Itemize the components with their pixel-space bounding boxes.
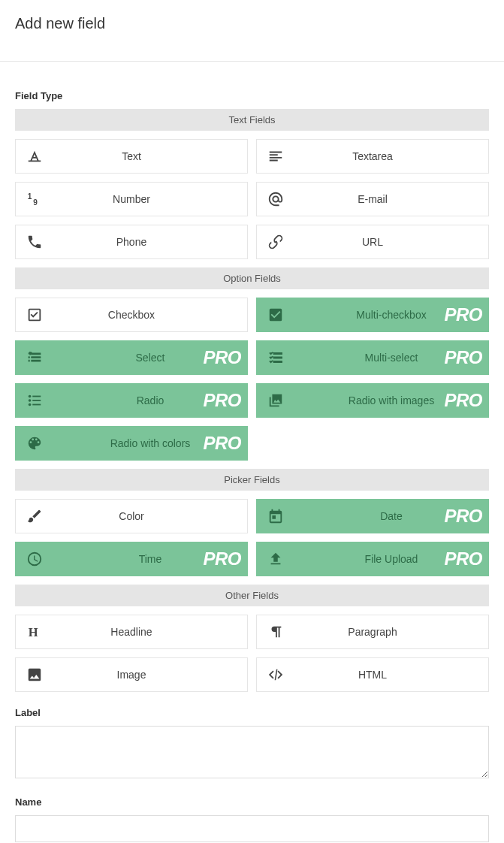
field-label: Number xyxy=(53,193,247,205)
field-date[interactable]: Date PRO xyxy=(256,499,489,533)
svg-text:9: 9 xyxy=(33,198,38,207)
field-label: Checkbox xyxy=(53,309,247,321)
field-text[interactable]: Text xyxy=(15,139,248,174)
link-icon xyxy=(257,234,294,250)
field-label: Color xyxy=(53,510,247,522)
pro-badge: PRO xyxy=(203,390,241,411)
field-html[interactable]: HTML xyxy=(256,657,489,692)
svg-rect-4 xyxy=(31,357,41,358)
pro-badge: PRO xyxy=(203,548,241,570)
field-color[interactable]: Color xyxy=(15,499,248,533)
field-fileupload[interactable]: File Upload PRO xyxy=(256,542,489,576)
field-image[interactable]: Image xyxy=(15,657,248,692)
field-label: Textarea xyxy=(294,150,488,162)
palette-icon xyxy=(16,435,53,452)
field-type-label: Field Type xyxy=(15,90,489,101)
svg-rect-6 xyxy=(31,361,41,362)
calendar-icon xyxy=(257,508,294,524)
number-icon: 19 xyxy=(16,191,53,207)
group-header-other: Other Fields xyxy=(15,585,489,606)
label-input[interactable] xyxy=(15,726,489,778)
field-label: Paragraph xyxy=(294,626,488,638)
svg-rect-2 xyxy=(31,354,41,355)
field-label: Text xyxy=(53,150,247,162)
field-time[interactable]: Time PRO xyxy=(15,542,248,576)
svg-rect-12 xyxy=(32,404,41,406)
field-label: URL xyxy=(294,236,488,248)
svg-point-7 xyxy=(29,395,32,398)
pro-badge: PRO xyxy=(444,390,482,411)
font-icon xyxy=(16,148,53,165)
checkbox-icon xyxy=(16,307,53,323)
images-icon xyxy=(257,392,294,409)
svg-text:H: H xyxy=(29,625,38,639)
group-header-picker: Picker Fields xyxy=(15,469,489,491)
pro-badge: PRO xyxy=(203,347,241,368)
field-label: Image xyxy=(53,669,247,681)
brush-icon xyxy=(16,508,53,524)
group-header-text: Text Fields xyxy=(15,109,489,131)
svg-rect-3 xyxy=(29,357,30,358)
group-header-option: Option Fields xyxy=(15,267,489,289)
svg-rect-10 xyxy=(32,400,41,401)
paragraph-icon xyxy=(257,624,294,640)
pro-badge: PRO xyxy=(444,548,482,570)
svg-point-11 xyxy=(29,403,32,406)
field-label: HTML xyxy=(294,669,488,681)
name-label: Name xyxy=(15,796,489,808)
image-icon xyxy=(16,666,53,683)
clock-icon xyxy=(16,551,53,567)
label-label: Label xyxy=(15,707,489,718)
phone-icon xyxy=(16,234,53,250)
svg-rect-8 xyxy=(32,396,41,397)
svg-rect-5 xyxy=(29,361,30,362)
svg-text:1: 1 xyxy=(28,192,32,201)
heading-icon: H xyxy=(16,624,53,640)
field-checkbox[interactable]: Checkbox xyxy=(15,298,248,332)
radio-icon xyxy=(16,392,53,409)
field-paragraph[interactable]: Paragraph xyxy=(256,615,489,649)
field-label: E-mail xyxy=(294,193,488,205)
field-select[interactable]: Select PRO xyxy=(15,340,248,375)
field-email[interactable]: E-mail xyxy=(256,182,489,216)
field-multiselect[interactable]: Multi-select PRO xyxy=(256,340,489,375)
field-label: Phone xyxy=(53,236,247,248)
at-icon xyxy=(257,191,294,207)
multi-checkbox-icon xyxy=(257,307,294,323)
pro-badge: PRO xyxy=(203,433,241,454)
field-headline[interactable]: H Headline xyxy=(15,615,248,649)
pro-badge: PRO xyxy=(444,506,482,527)
svg-point-9 xyxy=(29,399,32,402)
field-radio[interactable]: Radio PRO xyxy=(15,383,248,418)
pro-badge: PRO xyxy=(444,304,482,325)
field-radiocolors[interactable]: Radio with colors PRO xyxy=(15,426,248,461)
select-icon xyxy=(16,349,53,366)
page-title: Add new field xyxy=(15,15,489,32)
field-phone[interactable]: Phone xyxy=(15,225,248,259)
pro-badge: PRO xyxy=(444,347,482,368)
field-number[interactable]: 19 Number xyxy=(15,182,248,216)
field-textarea[interactable]: Textarea xyxy=(256,139,489,174)
field-multicheckbox[interactable]: Multi-checkbox PRO xyxy=(256,298,489,332)
field-radioimages[interactable]: Radio with images PRO xyxy=(256,383,489,418)
align-left-icon xyxy=(257,148,294,165)
code-icon xyxy=(257,666,294,683)
multi-select-icon xyxy=(257,349,294,366)
upload-icon xyxy=(257,551,294,567)
name-input[interactable] xyxy=(15,815,489,842)
field-label: Headline xyxy=(53,626,247,638)
field-url[interactable]: URL xyxy=(256,225,489,259)
